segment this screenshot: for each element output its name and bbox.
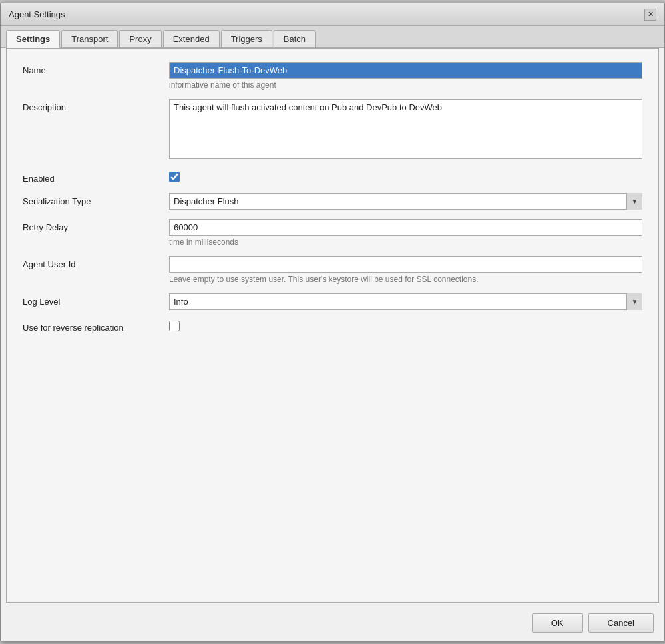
retry-delay-hint: time in milliseconds (169, 238, 642, 247)
title-bar: Agent Settings ✕ (1, 3, 664, 26)
retry-delay-input[interactable] (169, 219, 642, 236)
log-level-select[interactable]: Info Debug Warn Error (169, 293, 642, 310)
reverse-replication-checkbox[interactable] (169, 321, 180, 331)
enabled-checkbox[interactable] (169, 172, 180, 182)
name-hint: informative name of this agent (169, 80, 642, 90)
tab-extended[interactable]: Extended (163, 30, 220, 47)
footer-buttons: OK Cancel (1, 608, 664, 641)
tab-transport[interactable]: Transport (61, 30, 118, 47)
tab-triggers[interactable]: Triggers (221, 30, 272, 47)
ok-button[interactable]: OK (532, 613, 583, 633)
enabled-row: Enabled (23, 170, 642, 184)
name-row: Name informative name of this agent (23, 62, 642, 90)
tab-batch[interactable]: Batch (274, 30, 316, 47)
serialization-type-row: Serialization Type Dispatcher Flush Defa… (23, 193, 642, 210)
agent-user-id-input[interactable] (169, 256, 642, 273)
tab-settings[interactable]: Settings (6, 30, 60, 48)
name-input[interactable] (169, 62, 642, 79)
name-control: informative name of this agent (169, 62, 642, 90)
retry-delay-label: Retry Delay (23, 219, 169, 232)
description-input[interactable]: This agent will flush activated content … (169, 99, 642, 159)
retry-delay-row: Retry Delay time in milliseconds (23, 219, 642, 247)
description-row: Description This agent will flush activa… (23, 99, 642, 161)
agent-user-id-control: Leave empty to use system user. This use… (169, 256, 642, 284)
description-control: This agent will flush activated content … (169, 99, 642, 161)
cancel-button[interactable]: Cancel (588, 613, 654, 633)
log-level-control: Info Debug Warn Error ▼ (169, 293, 642, 310)
content-area: Name informative name of this agent Desc… (6, 48, 659, 603)
agent-user-id-hint: Leave empty to use system user. This use… (169, 275, 642, 284)
tabs-bar: Settings Transport Proxy Extended Trigge… (1, 26, 664, 48)
agent-user-id-row: Agent User Id Leave empty to use system … (23, 256, 642, 284)
serialization-type-label: Serialization Type (23, 193, 169, 206)
name-label: Name (23, 62, 169, 75)
reverse-replication-control (169, 319, 642, 331)
dialog: Agent Settings ✕ Settings Transport Prox… (0, 3, 665, 641)
reverse-replication-label: Use for reverse replication (23, 319, 169, 333)
log-level-row: Log Level Info Debug Warn Error ▼ (23, 293, 642, 310)
log-level-label: Log Level (23, 293, 169, 307)
enabled-label: Enabled (23, 170, 169, 184)
log-level-select-wrapper: Info Debug Warn Error ▼ (169, 293, 642, 310)
serialization-type-select-wrapper: Dispatcher Flush Default Reverse Replica… (169, 193, 642, 210)
close-button[interactable]: ✕ (644, 9, 656, 21)
serialization-type-select[interactable]: Dispatcher Flush Default Reverse Replica… (169, 193, 642, 210)
window-title: Agent Settings (9, 9, 65, 19)
tab-proxy[interactable]: Proxy (119, 30, 161, 47)
enabled-control (169, 170, 642, 182)
description-label: Description (23, 99, 169, 112)
agent-user-id-label: Agent User Id (23, 256, 169, 269)
retry-delay-control: time in milliseconds (169, 219, 642, 247)
serialization-type-control: Dispatcher Flush Default Reverse Replica… (169, 193, 642, 210)
reverse-replication-row: Use for reverse replication (23, 319, 642, 333)
